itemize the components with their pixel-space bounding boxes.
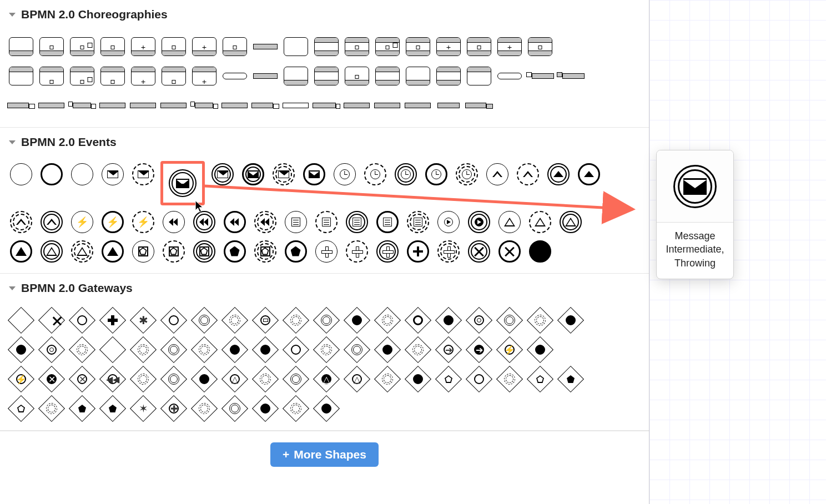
- gateway-gw11[interactable]: [313, 336, 339, 362]
- gateway-gw35[interactable]: [466, 366, 492, 392]
- event-parallel-start-ni[interactable]: [344, 238, 370, 264]
- event-parallel-intermediate[interactable]: [374, 238, 400, 264]
- drawing-canvas[interactable]: Message Intermediate, Throwing: [649, 0, 826, 504]
- event-conditional-start[interactable]: ⚡: [69, 209, 95, 235]
- gateway-gw10[interactable]: [283, 336, 309, 362]
- more-shapes-button[interactable]: + More Shapes: [270, 442, 379, 467]
- event-timer-start[interactable]: [331, 161, 357, 187]
- gateway-message-start[interactable]: [252, 307, 278, 333]
- gateway-gw6[interactable]: [160, 336, 187, 362]
- event-signal-intermediate-throwing[interactable]: [8, 238, 34, 264]
- choreo-task[interactable]: [130, 33, 156, 59]
- choreo-task[interactable]: [99, 63, 125, 89]
- gateway-exclusive[interactable]: [8, 307, 34, 333]
- gateway-gw4[interactable]: [99, 336, 125, 362]
- gateway-gw1[interactable]: [8, 336, 34, 362]
- choreo-task[interactable]: [374, 33, 400, 59]
- choreo-task-band[interactable]: [435, 92, 461, 118]
- event-none-intermediate[interactable]: [38, 161, 64, 187]
- event-cancel-end[interactable]: [496, 238, 522, 264]
- choreo-task[interactable]: [466, 63, 492, 89]
- gateway-gw44[interactable]: ✚: [160, 395, 187, 421]
- section-header-gateways[interactable]: BPMN 2.0 Gateways: [0, 274, 649, 303]
- event-escalation-start[interactable]: [484, 161, 510, 187]
- gateway-message-thick[interactable]: [405, 307, 431, 333]
- event-compensation-intermediate[interactable]: [191, 209, 217, 235]
- event-parallel-start[interactable]: [313, 238, 339, 264]
- event-rule-boundary[interactable]: [374, 209, 400, 235]
- gateway-gw14[interactable]: [405, 336, 431, 362]
- event-multiple-start-ni[interactable]: [160, 238, 187, 264]
- choreo-task-empty[interactable]: [283, 33, 309, 59]
- choreo-task-band[interactable]: [38, 92, 64, 118]
- gateway-gw24[interactable]: [130, 366, 156, 392]
- gateway-gw8[interactable]: [221, 336, 248, 362]
- gateway-timer-start[interactable]: [466, 307, 492, 333]
- choreo-task[interactable]: [191, 63, 217, 89]
- event-link-catch[interactable]: [435, 209, 461, 235]
- event-timer-intermediate[interactable]: [392, 161, 419, 187]
- choreo-task[interactable]: [344, 33, 370, 59]
- gateway-message-dashed[interactable]: [283, 307, 309, 333]
- event-rule-start[interactable]: [283, 209, 309, 235]
- gateway-gw25[interactable]: [160, 366, 187, 392]
- choreo-task[interactable]: [405, 33, 431, 59]
- event-rule-start-ni[interactable]: [313, 209, 339, 235]
- event-signal-boundary-ni[interactable]: [69, 238, 95, 264]
- event-compensation-start[interactable]: [160, 209, 187, 235]
- gateway-gw9[interactable]: [252, 336, 278, 362]
- gateway-gw41[interactable]: [69, 395, 95, 421]
- gateway-gw28[interactable]: [252, 366, 278, 392]
- gateway-gw45[interactable]: [191, 395, 217, 421]
- gateway-gw27[interactable]: △: [221, 366, 248, 392]
- choreo-task-band[interactable]: [252, 63, 278, 89]
- event-message-end[interactable]: [301, 161, 327, 187]
- gateway-gw30[interactable]: △: [313, 366, 339, 392]
- event-signal-start[interactable]: [496, 209, 522, 235]
- event-message-start[interactable]: [99, 161, 125, 187]
- gateway-gw20[interactable]: ⚡: [8, 366, 34, 392]
- choreo-task[interactable]: [313, 33, 339, 59]
- gateway-timer-filled[interactable]: [557, 307, 583, 333]
- gateway-gw43[interactable]: ✶: [130, 395, 156, 421]
- choreo-task[interactable]: [527, 33, 553, 59]
- event-rule-intermediate[interactable]: [344, 209, 370, 235]
- choreo-task[interactable]: [191, 33, 217, 59]
- event-escalation-start-ni[interactable]: [515, 161, 541, 187]
- gateway-event-start[interactable]: [160, 307, 187, 333]
- choreo-task[interactable]: [8, 33, 34, 59]
- choreo-message[interactable]: [252, 92, 278, 118]
- gateway-gw2[interactable]: [38, 336, 64, 362]
- event-signal-end[interactable]: [99, 238, 125, 264]
- choreo-task[interactable]: [313, 63, 339, 89]
- event-compensation-end[interactable]: [252, 209, 278, 235]
- choreo-task[interactable]: [221, 33, 248, 59]
- event-compensation-boundary[interactable]: [221, 209, 248, 235]
- choreo-message[interactable]: [557, 63, 583, 89]
- choreo-task-band[interactable]: [99, 92, 125, 118]
- event-multiple-boundary[interactable]: [252, 238, 278, 264]
- choreo-message[interactable]: [69, 92, 95, 118]
- gateway-gw13[interactable]: [374, 336, 400, 362]
- section-header-choreographies[interactable]: BPMN 2.0 Choreographies: [0, 0, 649, 29]
- event-terminate-end[interactable]: [527, 238, 553, 264]
- choreo-task[interactable]: [435, 63, 461, 89]
- gateway-gw38[interactable]: [557, 366, 583, 392]
- event-multiple-start[interactable]: [130, 238, 156, 264]
- gateway-gw15[interactable]: ➔: [435, 336, 461, 362]
- choreo-task[interactable]: [38, 63, 64, 89]
- gateway-gw47[interactable]: [252, 395, 278, 421]
- gateway-message-intermediate[interactable]: [313, 307, 339, 333]
- choreo-task[interactable]: [69, 63, 95, 89]
- choreo-task[interactable]: [344, 63, 370, 89]
- event-escalation-boundary[interactable]: [576, 161, 602, 187]
- choreo-task-band[interactable]: [252, 33, 278, 59]
- gateway-gw7[interactable]: [191, 336, 217, 362]
- event-signal-intermediate-catching[interactable]: [557, 209, 583, 235]
- choreo-task[interactable]: [466, 33, 492, 59]
- event-signal-start-ni[interactable]: [527, 209, 553, 235]
- choreo-task[interactable]: [130, 63, 156, 89]
- event-signal-boundary[interactable]: [38, 238, 64, 264]
- gateway-gw33[interactable]: [405, 366, 431, 392]
- event-message-start-ni[interactable]: [130, 161, 156, 187]
